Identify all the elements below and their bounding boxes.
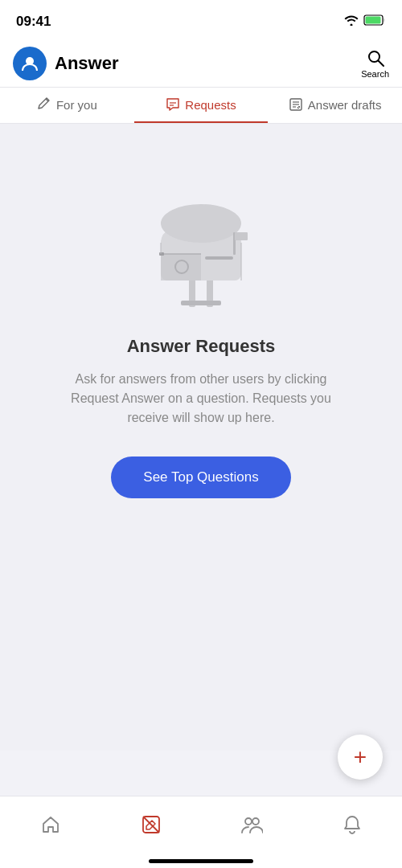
see-top-questions-button[interactable]: See Top Questions bbox=[111, 457, 290, 498]
section-title: Answer Requests bbox=[127, 336, 276, 357]
svg-line-4 bbox=[378, 61, 384, 67]
svg-rect-19 bbox=[235, 232, 248, 240]
mailbox-illustration bbox=[137, 188, 265, 312]
svg-rect-16 bbox=[159, 252, 164, 256]
tab-requests[interactable]: Requests bbox=[134, 88, 269, 123]
svg-rect-1 bbox=[366, 17, 381, 24]
svg-point-15 bbox=[161, 204, 241, 243]
tab-answer-drafts-label: Answer drafts bbox=[308, 98, 382, 112]
tab-bar: For you Requests Answer drafts bbox=[0, 88, 402, 124]
fab-add-button[interactable]: + bbox=[338, 735, 383, 780]
search-button[interactable]: Search bbox=[361, 48, 389, 79]
home-indicator bbox=[149, 859, 253, 863]
app-header: Answer Search bbox=[0, 40, 402, 88]
bottom-nav bbox=[0, 796, 402, 868]
nav-notifications[interactable] bbox=[302, 796, 402, 852]
status-time: 09:41 bbox=[16, 14, 51, 30]
nav-community[interactable] bbox=[201, 796, 302, 852]
tab-answer-drafts[interactable]: Answer drafts bbox=[268, 88, 402, 123]
tab-requests-label: Requests bbox=[185, 98, 236, 112]
search-label: Search bbox=[361, 69, 389, 79]
svg-point-25 bbox=[245, 818, 252, 825]
tab-for-you-label: For you bbox=[56, 98, 97, 112]
nav-home[interactable] bbox=[0, 796, 100, 852]
svg-point-26 bbox=[252, 818, 259, 825]
nav-write[interactable] bbox=[100, 796, 201, 852]
pencil-icon bbox=[37, 97, 51, 112]
plus-icon: + bbox=[354, 744, 367, 770]
tab-for-you[interactable]: For you bbox=[0, 88, 134, 123]
status-icons bbox=[344, 14, 386, 29]
header-left: Answer bbox=[13, 47, 118, 80]
section-description: Ask for answers from other users by clic… bbox=[64, 370, 338, 428]
app-logo bbox=[13, 47, 47, 80]
wifi-icon bbox=[344, 14, 359, 29]
svg-rect-13 bbox=[181, 301, 221, 305]
draft-icon bbox=[289, 97, 303, 112]
battery-icon bbox=[363, 14, 386, 29]
main-content: Answer Requests Ask for answers from oth… bbox=[0, 124, 402, 751]
app-title: Answer bbox=[55, 53, 118, 74]
status-bar: 09:41 bbox=[0, 0, 402, 40]
svg-line-24 bbox=[143, 817, 159, 833]
chat-icon bbox=[166, 97, 180, 112]
svg-rect-20 bbox=[205, 256, 233, 260]
